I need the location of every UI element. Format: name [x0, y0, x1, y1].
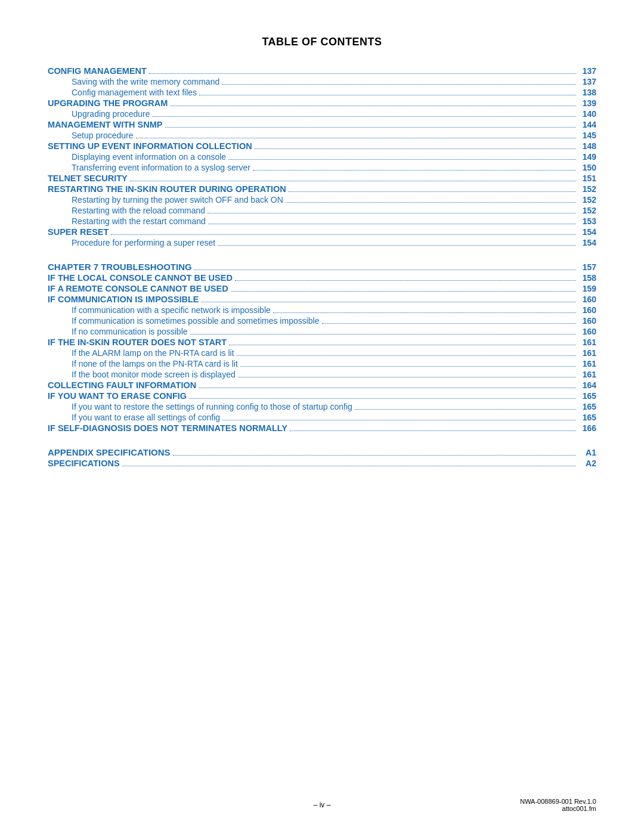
toc-item: If none of the lamps on the PN-RTA card …: [48, 359, 596, 368]
toc-item-label: Restarting by turning the power switch O…: [48, 195, 283, 205]
toc-dots: [286, 202, 576, 203]
toc-item-page: A2: [578, 459, 596, 468]
toc-item-label: If communication is sometimes possible a…: [48, 316, 320, 326]
toc-dots: [355, 409, 576, 410]
toc-item-label: If none of the lamps on the PN-RTA card …: [48, 359, 238, 368]
toc-dots: [273, 312, 576, 313]
toc-item: SPECIFICATIONSA2: [48, 459, 596, 468]
toc-item-label: IF THE IN-SKIN ROUTER DOES NOT START: [48, 337, 227, 347]
toc-item: RESTARTING THE IN-SKIN ROUTER DURING OPE…: [48, 184, 596, 194]
toc-dots: [240, 366, 576, 367]
toc-dots: [130, 181, 576, 181]
toc-item-page: 150: [578, 163, 596, 172]
appendix-page: A1: [578, 448, 596, 457]
toc-item: TELNET SECURITY151: [48, 174, 596, 183]
toc-item-page: 165: [578, 402, 596, 411]
toc-item: UPGRADING THE PROGRAM139: [48, 98, 596, 108]
toc-item-label: IF SELF-DIAGNOSIS DOES NOT TERMINATES NO…: [48, 423, 287, 433]
chapter7-page: 157: [578, 262, 596, 272]
toc-item-label: IF THE LOCAL CONSOLE CANNOT BE USED: [48, 273, 233, 283]
toc-item-page: 160: [578, 327, 596, 336]
toc-item-label: IF YOU WANT TO ERASE CONFIG: [48, 391, 187, 401]
toc-item-label: IF COMMUNICATION IS IMPOSSIBLE: [48, 295, 199, 304]
toc-dots: [149, 73, 576, 74]
toc-item-label: Transferring event information to a sysl…: [48, 163, 250, 172]
toc-item-page: 160: [578, 295, 596, 304]
toc-dots: [189, 398, 576, 399]
toc-item-page: 152: [578, 206, 596, 215]
toc-item-page: 137: [578, 77, 596, 86]
toc-item-page: 161: [578, 348, 596, 358]
toc-dots: [228, 159, 576, 160]
toc-item: IF COMMUNICATION IS IMPOSSIBLE160: [48, 295, 596, 304]
toc-dots: [208, 224, 576, 224]
toc-item-label: MANAGEMENT WITH SNMP: [48, 120, 163, 129]
toc-item-page: 165: [578, 413, 596, 422]
toc-dots: [208, 213, 576, 213]
appendix-row: APPENDIX SPECIFICATIONS A1: [48, 447, 596, 457]
toc-item: Upgrading procedure140: [48, 109, 596, 119]
toc-item: Setup procedure145: [48, 131, 596, 140]
footer-center: – iv –: [314, 801, 331, 809]
toc-dots: [235, 280, 576, 281]
toc-dots: [253, 170, 576, 171]
toc-item: Procedure for performing a super reset15…: [48, 238, 596, 247]
toc-item: If the ALARM lamp on the PN-RTA card is …: [48, 348, 596, 358]
footer-right: NWA-008869-001 Rev.1.0 attoc001.fm: [520, 798, 596, 812]
chapter7-row: CHAPTER 7 TROUBLESHOOTING 157: [48, 262, 596, 272]
toc-item-page: 138: [578, 88, 596, 97]
toc-dots: [222, 84, 576, 85]
toc-item: COLLECTING FAULT INFORMATION164: [48, 380, 596, 390]
toc-item-page: 159: [578, 284, 596, 293]
toc-dots: [231, 291, 576, 292]
toc-item: Transferring event information to a sysl…: [48, 163, 596, 172]
toc-item-page: 144: [578, 120, 596, 129]
page: TABLE OF CONTENTS CONFIG MANAGEMENT137Sa…: [0, 0, 644, 833]
toc-item-page: 137: [578, 66, 596, 76]
toc-dots: [201, 302, 576, 302]
toc-item-label: Restarting with the restart command: [48, 216, 206, 226]
toc-item-label: SETTING UP EVENT INFORMATION COLLECTION: [48, 141, 252, 151]
toc-item-label: Saving with the write memory command: [48, 77, 219, 86]
toc-item-page: 152: [578, 195, 596, 205]
toc-item-label: If you want to erase all settings of con…: [48, 413, 220, 422]
toc-item-label: If the ALARM lamp on the PN-RTA card is …: [48, 348, 234, 358]
footer: – iv – NWA-008869-001 Rev.1.0 attoc001.f…: [0, 801, 644, 809]
toc-item-label: UPGRADING THE PROGRAM: [48, 98, 168, 108]
toc-dots: [111, 234, 576, 235]
toc-dots: [199, 95, 576, 95]
toc-dots: [122, 466, 576, 466]
toc-section-main: CONFIG MANAGEMENT137Saving with the writ…: [48, 66, 596, 247]
toc-item: IF A REMOTE CONSOLE CANNOT BE USED159: [48, 284, 596, 293]
toc-item: IF YOU WANT TO ERASE CONFIG165: [48, 391, 596, 401]
page-title: TABLE OF CONTENTS: [48, 36, 596, 48]
toc-item-page: 164: [578, 380, 596, 390]
toc-item-label: Setup procedure: [48, 131, 134, 140]
toc-item-label: SUPER RESET: [48, 227, 109, 237]
toc-item: If you want to erase all settings of con…: [48, 413, 596, 422]
toc-item: Restarting by turning the power switch O…: [48, 195, 596, 205]
toc-item-label: Config management with text files: [48, 88, 197, 97]
chapter7-dots: [194, 270, 576, 270]
toc-item-label: If communication with a specific network…: [48, 305, 271, 315]
toc-dots: [322, 323, 577, 324]
toc-item-page: 161: [578, 337, 596, 347]
toc-item-page: 158: [578, 273, 596, 283]
toc-item: If communication with a specific network…: [48, 305, 596, 315]
toc-item: Saving with the write memory command137: [48, 77, 596, 86]
toc-item-label: RESTARTING THE IN-SKIN ROUTER DURING OPE…: [48, 184, 286, 194]
toc-item: IF THE IN-SKIN ROUTER DOES NOT START161: [48, 337, 596, 347]
toc-item: CONFIG MANAGEMENT137: [48, 66, 596, 76]
toc-item: If no communication is possible160: [48, 327, 596, 336]
toc-item-label: Displaying event information on a consol…: [48, 152, 226, 162]
toc-item-page: 154: [578, 238, 596, 247]
toc-item-label: CONFIG MANAGEMENT: [48, 66, 147, 76]
appendix-label: APPENDIX SPECIFICATIONS: [48, 447, 171, 457]
footer-right-line2: attoc001.fm: [520, 805, 596, 812]
toc-item-label: IF A REMOTE CONSOLE CANNOT BE USED: [48, 284, 228, 293]
footer-right-line1: NWA-008869-001 Rev.1.0: [520, 798, 596, 805]
toc-item-page: 149: [578, 152, 596, 162]
toc-item: MANAGEMENT WITH SNMP144: [48, 120, 596, 129]
toc-item-page: 166: [578, 423, 596, 433]
toc-dots: [170, 106, 576, 106]
